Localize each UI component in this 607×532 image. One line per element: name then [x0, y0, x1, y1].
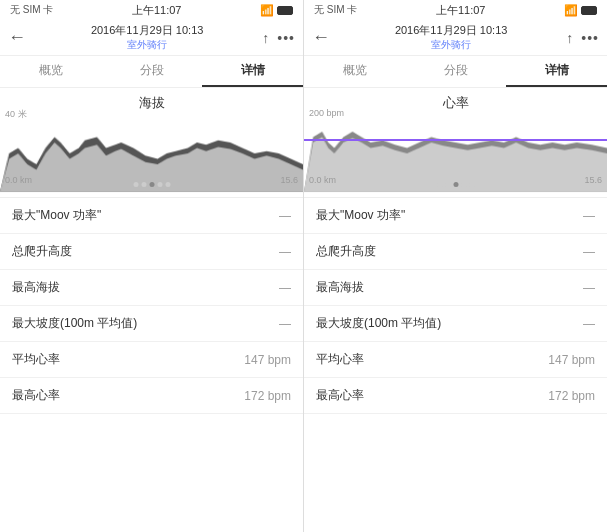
chart-y-label: 200 bpm: [309, 108, 344, 118]
nav-subtitle: 室外骑行: [431, 38, 471, 52]
stat-row: 最大"Moov 功率" —: [304, 198, 607, 234]
tab-详情[interactable]: 详情: [506, 56, 607, 87]
nav-date: 2016年11月29日 10:13: [91, 23, 204, 38]
stat-label: 最高海拔: [12, 279, 60, 296]
stat-value: —: [279, 209, 291, 223]
stat-row: 最高海拔 —: [0, 270, 303, 306]
chart-dot-2[interactable]: [453, 182, 458, 187]
stat-label: 最高心率: [316, 387, 364, 404]
back-button[interactable]: ←: [312, 27, 336, 48]
chart-dot-3[interactable]: [157, 182, 162, 187]
chart-dot-0[interactable]: [437, 182, 442, 187]
stat-label: 最大"Moov 功率": [12, 207, 101, 224]
more-button[interactable]: •••: [277, 30, 295, 46]
nav-actions: ↑ •••: [262, 30, 295, 46]
stat-label: 平均心率: [316, 351, 364, 368]
chart-pagination-dots: [437, 182, 474, 187]
nav-title-block: 2016年11月29日 10:13 室外骑行: [336, 23, 566, 52]
nav-subtitle: 室外骑行: [127, 38, 167, 52]
chart-x-right: 15.6: [584, 175, 602, 185]
chart-title: 心率: [443, 94, 469, 112]
chart-y-label: 40 米: [5, 108, 27, 121]
battery-icon: [277, 6, 293, 15]
nav-date: 2016年11月29日 10:13: [395, 23, 508, 38]
panel-left: 无 SIM 卡 上午11:07 📶 ← 2016年11月29日 10:13 室外…: [0, 0, 304, 532]
nav-title-block: 2016年11月29日 10:13 室外骑行: [32, 23, 262, 52]
stat-label: 最大坡度(100m 平均值): [316, 315, 441, 332]
stat-row: 平均心率 147 bpm: [304, 342, 607, 378]
chart-dot-2[interactable]: [149, 182, 154, 187]
heart-rate-avg-line: [304, 139, 607, 141]
stat-label: 最大"Moov 功率": [316, 207, 405, 224]
more-button[interactable]: •••: [581, 30, 599, 46]
chart-pagination-dots: [133, 182, 170, 187]
status-time: 上午11:07: [436, 3, 486, 18]
battery-icon: [581, 6, 597, 15]
stat-row: 最大坡度(100m 平均值) —: [304, 306, 607, 342]
stat-value: —: [279, 245, 291, 259]
stat-value: —: [583, 209, 595, 223]
status-carrier: 无 SIM 卡: [10, 3, 53, 17]
chart-heartrate: 心率200 bpm0.0 km15.6: [304, 88, 607, 198]
share-button[interactable]: ↑: [566, 30, 573, 46]
stat-value: —: [279, 281, 291, 295]
status-bar: 无 SIM 卡 上午11:07 📶: [304, 0, 607, 20]
stat-value: —: [583, 245, 595, 259]
chart-dot-0[interactable]: [133, 182, 138, 187]
stat-value: 147 bpm: [244, 353, 291, 367]
stats-list: 最大"Moov 功率" — 总爬升高度 — 最高海拔 — 最大坡度(100m 平…: [0, 198, 303, 532]
status-carrier: 无 SIM 卡: [314, 3, 357, 17]
status-time: 上午11:07: [132, 3, 182, 18]
bluetooth-icon: 📶: [564, 4, 578, 17]
stat-label: 平均心率: [12, 351, 60, 368]
stats-list: 最大"Moov 功率" — 总爬升高度 — 最高海拔 — 最大坡度(100m 平…: [304, 198, 607, 532]
status-bar: 无 SIM 卡 上午11:07 📶: [0, 0, 303, 20]
stat-row: 最高心率 172 bpm: [0, 378, 303, 414]
nav-bar: ← 2016年11月29日 10:13 室外骑行 ↑ •••: [304, 20, 607, 56]
stat-row: 最大"Moov 功率" —: [0, 198, 303, 234]
stat-row: 总爬升高度 —: [304, 234, 607, 270]
nav-bar: ← 2016年11月29日 10:13 室外骑行 ↑ •••: [0, 20, 303, 56]
tab-bar: 概览分段详情: [304, 56, 607, 88]
chart-dot-1[interactable]: [141, 182, 146, 187]
nav-actions: ↑ •••: [566, 30, 599, 46]
tab-概览[interactable]: 概览: [304, 56, 405, 87]
chart-x-right: 15.6: [280, 175, 298, 185]
stat-label: 最高心率: [12, 387, 60, 404]
stat-row: 总爬升高度 —: [0, 234, 303, 270]
stat-value: 172 bpm: [548, 389, 595, 403]
tab-概览[interactable]: 概览: [0, 56, 101, 87]
stat-label: 最大坡度(100m 平均值): [12, 315, 137, 332]
stat-row: 最高海拔 —: [304, 270, 607, 306]
stat-row: 最大坡度(100m 平均值) —: [0, 306, 303, 342]
stat-value: —: [583, 317, 595, 331]
chart-x-left: 0.0 km: [309, 175, 336, 185]
stat-row: 平均心率 147 bpm: [0, 342, 303, 378]
chart-dot-4[interactable]: [165, 182, 170, 187]
chart-x-left: 0.0 km: [5, 175, 32, 185]
chart-dot-3[interactable]: [461, 182, 466, 187]
chart-title: 海拔: [139, 94, 165, 112]
back-button[interactable]: ←: [8, 27, 32, 48]
tab-分段[interactable]: 分段: [405, 56, 506, 87]
share-button[interactable]: ↑: [262, 30, 269, 46]
chart-dot-1[interactable]: [445, 182, 450, 187]
status-icons: 📶: [260, 4, 293, 17]
stat-value: —: [583, 281, 595, 295]
stat-label: 总爬升高度: [316, 243, 376, 260]
stat-value: 172 bpm: [244, 389, 291, 403]
panel-right: 无 SIM 卡 上午11:07 📶 ← 2016年11月29日 10:13 室外…: [304, 0, 607, 532]
stat-label: 最高海拔: [316, 279, 364, 296]
tab-bar: 概览分段详情: [0, 56, 303, 88]
bluetooth-icon: 📶: [260, 4, 274, 17]
stat-value: —: [279, 317, 291, 331]
stat-value: 147 bpm: [548, 353, 595, 367]
stat-row: 最高心率 172 bpm: [304, 378, 607, 414]
status-icons: 📶: [564, 4, 597, 17]
tab-分段[interactable]: 分段: [101, 56, 202, 87]
stat-label: 总爬升高度: [12, 243, 72, 260]
tab-详情[interactable]: 详情: [202, 56, 303, 87]
chart-dot-4[interactable]: [469, 182, 474, 187]
chart-elevation: 海拔40 米0.0 km15.6: [0, 88, 303, 198]
